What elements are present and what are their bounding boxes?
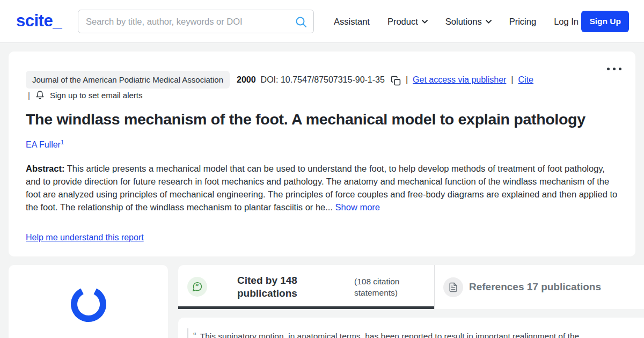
svg-text:”: ” [195,283,199,290]
paper-title: The windlass mechanism of the foot. A me… [26,111,630,128]
document-icon [443,277,463,297]
search-input[interactable] [78,10,313,33]
citation-statement-card: “This supinatory motion, in anatomical t… [178,318,644,338]
separator: | [511,75,513,85]
loading-spinner-icon [67,283,110,326]
citations-tabs: ” Cited by 148 publications (108 citatio… [178,265,644,309]
dot [607,68,610,70]
help-understand-link[interactable]: Help me understand this report [26,233,144,243]
abstract: Abstract: This article presents a mechan… [26,162,619,214]
doi-text: DOI: 10.7547/87507315-90-1-35 [261,75,385,85]
dot [619,68,621,70]
abstract-text: This article presents a mechanical model… [26,164,617,212]
more-options-button[interactable] [607,68,621,70]
nav-assistant[interactable]: Assistant [334,17,370,27]
get-access-link[interactable]: Get access via publisher [413,75,506,85]
references-title: References 17 publications [469,281,601,293]
author-link[interactable]: EA Fuller [26,140,61,149]
author-affiliation-sup: 1 [61,139,64,145]
quote-mark: “ [193,331,196,338]
citation-bubble-icon: ” [187,277,207,297]
author-row: EA Fuller1 [26,139,64,150]
citation-statements-note: (108 citation statements) [354,276,410,298]
citation-statement: “This supinatory motion, in anatomical t… [193,330,633,338]
separator: | [28,91,30,100]
tab-cited-by[interactable]: ” Cited by 148 publications (108 citatio… [178,265,434,309]
tab-references[interactable]: References 17 publications [435,265,644,309]
dot [613,68,616,70]
abstract-label: Abstract: [26,164,64,173]
report-card: Journal of the American Podiatric Medica… [9,52,635,256]
email-alerts-button[interactable]: | Sign up to set email alerts [28,90,143,100]
publication-year: 2000 [237,75,256,85]
email-alerts-label: Sign up to set email alerts [50,91,143,100]
search-icon[interactable] [295,16,308,28]
cite-link[interactable]: Cite [518,75,533,85]
nav-product[interactable]: Product [387,17,428,27]
report-meta-row: Journal of the American Podiatric Medica… [26,71,533,89]
separator: | [406,75,408,85]
journal-badge[interactable]: Journal of the American Podiatric Medica… [26,71,230,89]
chevron-down-icon [422,20,428,24]
citation-donut-card [9,265,168,338]
scite-report-page: scite_ Assistant Product Solutions Prici… [0,0,644,338]
bell-icon [35,90,45,100]
main-nav: Assistant Product Solutions Pricing Log … [334,0,579,43]
scite-logo[interactable]: scite_ [16,11,62,31]
citation-statement-text: This supinatory motion, in anatomical te… [200,332,579,338]
nav-pricing[interactable]: Pricing [509,17,536,27]
sign-up-button[interactable]: Sign Up [581,11,629,32]
search-box [78,10,314,33]
copy-doi-icon[interactable] [391,76,401,86]
active-tab-indicator [178,306,434,309]
top-navbar: scite_ Assistant Product Solutions Prici… [0,0,644,43]
show-more-link[interactable]: Show more [335,202,380,212]
chevron-down-icon [486,20,492,24]
quote-left-border [187,328,188,338]
nav-login[interactable]: Log In [554,17,579,27]
cited-by-title: Cited by 148 publications [237,274,323,300]
nav-solutions[interactable]: Solutions [445,17,492,27]
